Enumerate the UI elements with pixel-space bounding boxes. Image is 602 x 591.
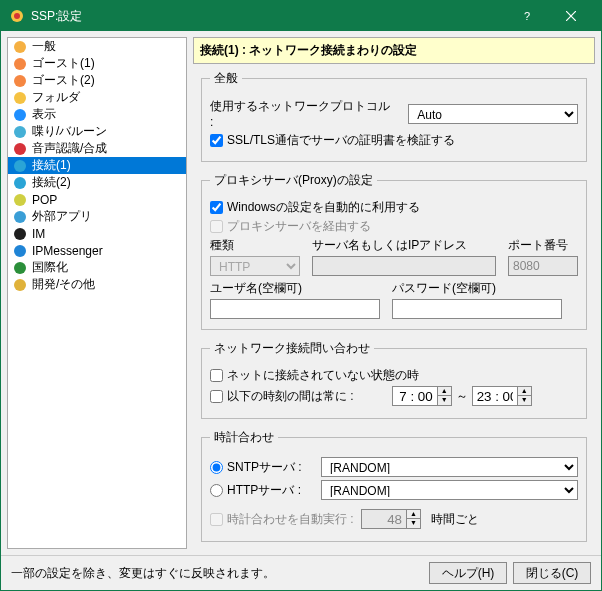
- im-icon: [12, 226, 28, 242]
- svg-point-1: [14, 13, 20, 19]
- proxy-legend: プロキシサーバ(Proxy)の設定: [210, 172, 377, 189]
- clockauto-spinner[interactable]: ▲▼: [361, 509, 421, 529]
- http-select[interactable]: [RANDOM]: [321, 480, 578, 500]
- sidebar-item-0[interactable]: 一般: [8, 38, 186, 55]
- sidebar-item-12[interactable]: IPMessenger: [8, 242, 186, 259]
- time-separator: ～: [456, 388, 468, 405]
- sidebar-item-13[interactable]: 国際化: [8, 259, 186, 276]
- protocol-select[interactable]: Auto: [408, 104, 578, 124]
- proxy-port-input[interactable]: [508, 256, 578, 276]
- sidebar-item-3[interactable]: フォルダ: [8, 89, 186, 106]
- svg-point-9: [14, 109, 26, 121]
- offline-label: ネットに接続されていない状態の時: [227, 367, 419, 384]
- svg-point-18: [14, 262, 26, 274]
- proxy-server-input[interactable]: [312, 256, 496, 276]
- sidebar-item-label: 表示: [32, 106, 56, 123]
- svg-point-15: [14, 211, 26, 223]
- app-icon: [9, 8, 25, 24]
- svg-point-19: [14, 279, 26, 291]
- proxy-user-label: ユーザ名(空欄可): [210, 280, 380, 297]
- sidebar-item-10[interactable]: 外部アプリ: [8, 208, 186, 225]
- sidebar-item-label: 外部アプリ: [32, 208, 92, 225]
- sidebar-item-5[interactable]: 喋り/バルーン: [8, 123, 186, 140]
- main-panel: 接続(1) : ネットワーク接続まわりの設定 全般 使用するネットワークプロトコ…: [193, 37, 595, 549]
- help-footer-button[interactable]: ヘルプ(H): [429, 562, 507, 584]
- sidebar-item-label: POP: [32, 193, 57, 207]
- ssl-checkbox[interactable]: [210, 134, 223, 147]
- proxy-auto-label: Windowsの設定を自動的に利用する: [227, 199, 420, 216]
- sidebar-item-label: ゴースト(1): [32, 55, 95, 72]
- svg-point-14: [14, 194, 26, 206]
- proxy-pass-label: パスワード(空欄可): [392, 280, 562, 297]
- proxy-use-checkbox[interactable]: [210, 220, 223, 233]
- time-to-spinner[interactable]: ▲▼: [472, 386, 532, 406]
- ssl-label: SSL/TLS通信でサーバの証明書を検証する: [227, 132, 455, 149]
- proxy-auto-checkbox[interactable]: [210, 201, 223, 214]
- sidebar-item-1[interactable]: ゴースト(1): [8, 55, 186, 72]
- protocol-label: 使用するネットワークプロトコル :: [210, 98, 396, 129]
- sidebar: 一般ゴースト(1)ゴースト(2)フォルダ表示喋り/バルーン音声認識/合成接続(1…: [7, 37, 187, 549]
- http-radio[interactable]: [210, 484, 223, 497]
- sidebar-item-11[interactable]: IM: [8, 225, 186, 242]
- sntp-label: SNTPサーバ :: [227, 459, 317, 476]
- panel-body: 全般 使用するネットワークプロトコル : Auto SSL/TLS通信でサーバの…: [193, 64, 595, 549]
- sidebar-item-4[interactable]: 表示: [8, 106, 186, 123]
- proxy-use-label: プロキシサーバを経由する: [227, 218, 371, 235]
- content-area: 一般ゴースト(1)ゴースト(2)フォルダ表示喋り/バルーン音声認識/合成接続(1…: [1, 31, 601, 555]
- clock-legend: 時計合わせ: [210, 429, 278, 446]
- time-checkbox[interactable]: [210, 390, 223, 403]
- general-icon: [12, 39, 28, 55]
- talk-icon: [12, 124, 28, 140]
- sidebar-item-8[interactable]: 接続(2): [8, 174, 186, 191]
- panel-header: 接続(1) : ネットワーク接続まわりの設定: [193, 37, 595, 64]
- extapp-icon: [12, 209, 28, 225]
- sidebar-item-label: 一般: [32, 38, 56, 55]
- voice-icon: [12, 141, 28, 157]
- sidebar-item-6[interactable]: 音声認識/合成: [8, 140, 186, 157]
- proxy-user-input[interactable]: [210, 299, 380, 319]
- proxy-type-select[interactable]: HTTP: [210, 256, 300, 276]
- sidebar-item-label: フォルダ: [32, 89, 80, 106]
- proxy-group: プロキシサーバ(Proxy)の設定 Windowsの設定を自動的に利用する プロ…: [201, 172, 587, 330]
- close-button[interactable]: [549, 1, 593, 31]
- sidebar-item-2[interactable]: ゴースト(2): [8, 72, 186, 89]
- sidebar-item-label: IPMessenger: [32, 244, 103, 258]
- netcheck-group: ネットワーク接続問い合わせ ネットに接続されていない状態の時 以下の時刻の間は常…: [201, 340, 587, 419]
- footer-message: 一部の設定を除き、変更はすぐに反映されます。: [11, 565, 423, 582]
- netcheck-legend: ネットワーク接続問い合わせ: [210, 340, 374, 357]
- svg-point-7: [14, 75, 26, 87]
- window-title: SSP:設定: [31, 8, 505, 25]
- time-from-spinner[interactable]: ▲▼: [392, 386, 452, 406]
- offline-checkbox[interactable]: [210, 369, 223, 382]
- sidebar-item-label: 接続(1): [32, 157, 71, 174]
- svg-point-6: [14, 58, 26, 70]
- help-button[interactable]: ?: [505, 1, 549, 31]
- sidebar-item-9[interactable]: POP: [8, 191, 186, 208]
- sidebar-item-7[interactable]: 接続(1): [8, 157, 186, 174]
- settings-window: SSP:設定 ? 一般ゴースト(1)ゴースト(2)フォルダ表示喋り/バルーン音声…: [0, 0, 602, 591]
- clock-group: 時計合わせ SNTPサーバ : [RANDOM] HTTPサーバ : [RAND…: [201, 429, 587, 542]
- proxy-pass-input[interactable]: [392, 299, 562, 319]
- ghost-icon: [12, 73, 28, 89]
- folder-icon: [12, 90, 28, 106]
- time-label: 以下の時刻の間は常に :: [227, 388, 354, 405]
- svg-point-12: [14, 160, 26, 172]
- svg-point-8: [14, 92, 26, 104]
- clockauto-label: 時計合わせを自動実行 :: [227, 511, 357, 528]
- ghost-icon: [12, 56, 28, 72]
- proxy-type-label: 種類: [210, 237, 300, 254]
- svg-point-11: [14, 143, 26, 155]
- svg-point-13: [14, 177, 26, 189]
- sntp-select[interactable]: [RANDOM]: [321, 457, 578, 477]
- i18n-icon: [12, 260, 28, 276]
- svg-text:?: ?: [524, 10, 530, 22]
- clockauto-checkbox[interactable]: [210, 513, 223, 526]
- sntp-radio[interactable]: [210, 461, 223, 474]
- titlebar: SSP:設定 ?: [1, 1, 601, 31]
- sidebar-item-label: 国際化: [32, 259, 68, 276]
- footer: 一部の設定を除き、変更はすぐに反映されます。 ヘルプ(H) 閉じる(C): [1, 555, 601, 590]
- general-legend: 全般: [210, 70, 242, 87]
- close-footer-button[interactable]: 閉じる(C): [513, 562, 591, 584]
- net-icon: [12, 175, 28, 191]
- sidebar-item-14[interactable]: 開発/その他: [8, 276, 186, 293]
